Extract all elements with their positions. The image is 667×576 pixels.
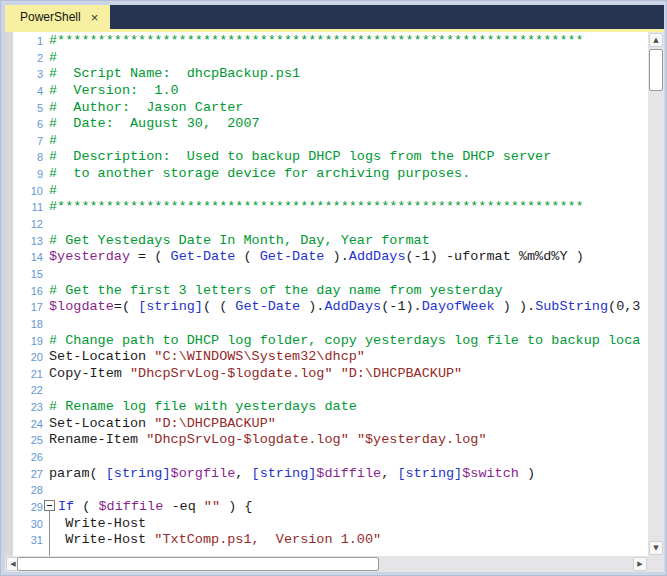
code-line[interactable]: # to another storage device for archivin… bbox=[49, 166, 648, 183]
code-line[interactable]: # Description: Used to backup DHCP logs … bbox=[49, 149, 648, 166]
fold-collapse-icon[interactable] bbox=[44, 500, 55, 511]
code-line[interactable]: If ( $diffile -eq "" ) { bbox=[49, 499, 648, 516]
code-line[interactable]: #***************************************… bbox=[49, 199, 648, 216]
code-line[interactable]: Rename-Item "DhcpSrvLog-$logdate.log" "$… bbox=[49, 432, 648, 449]
code-token: ) { bbox=[220, 499, 252, 514]
code-line[interactable]: # bbox=[49, 183, 648, 200]
code-line[interactable]: Set-Location "C:\WINDOWS\System32\dhcp" bbox=[49, 349, 648, 366]
code-line[interactable]: # Author: Jason Carter bbox=[49, 100, 648, 117]
horizontal-scrollbar-thumb[interactable] bbox=[17, 557, 379, 571]
scroll-right-button[interactable]: ▶ bbox=[633, 557, 647, 571]
code-token: "D:\DHCPBACKUP" bbox=[154, 416, 276, 431]
code-token: # Rename log file with yesterdays date bbox=[49, 399, 357, 414]
code-token: # Version: 1.0 bbox=[49, 83, 179, 98]
scrollbar-corner bbox=[648, 556, 664, 572]
code-token: "" bbox=[204, 499, 220, 514]
code-line[interactable] bbox=[49, 382, 648, 399]
code-token: (0,3 bbox=[608, 299, 640, 314]
tab-bar: PowerShell × bbox=[5, 5, 664, 29]
code-token: ) ). bbox=[495, 299, 536, 314]
code-token: # Date: August 30, 2007 bbox=[49, 116, 260, 131]
code-line[interactable]: # bbox=[49, 133, 648, 150]
vertical-scrollbar-thumb[interactable] bbox=[649, 49, 663, 91]
code-token: ( bbox=[235, 249, 259, 264]
code-token: # bbox=[49, 183, 57, 198]
code-line[interactable] bbox=[49, 266, 648, 283]
vertical-scrollbar[interactable]: ▲ ▼ bbox=[648, 32, 664, 556]
code-token: , bbox=[381, 466, 397, 481]
code-token: [string] bbox=[138, 299, 203, 314]
code-token bbox=[349, 432, 357, 447]
code-token: AddDays bbox=[324, 299, 381, 314]
code-line[interactable]: # bbox=[49, 50, 648, 67]
code-editor[interactable]: 1234567891011121314151617181920212223242… bbox=[5, 32, 648, 556]
code-token: -eq bbox=[163, 499, 204, 514]
code-token: Get-Date bbox=[235, 299, 300, 314]
document-pane: PowerShell × 123456789101112131415161718… bbox=[5, 5, 664, 572]
code-token: AddDays bbox=[349, 249, 406, 264]
code-line[interactable]: # Change path to DHCP log folder, copy y… bbox=[49, 333, 648, 350]
code-line[interactable]: Set-Location "D:\DHCPBACKUP" bbox=[49, 416, 648, 433]
code-line[interactable] bbox=[49, 449, 648, 466]
tab-powershell[interactable]: PowerShell × bbox=[5, 5, 110, 29]
code-token: "D:\DHCPBACKUP" bbox=[341, 366, 463, 381]
code-token: = ( bbox=[130, 249, 171, 264]
code-token: SubString bbox=[535, 299, 608, 314]
code-token: =( bbox=[114, 299, 138, 314]
code-token: $diffile bbox=[316, 466, 381, 481]
code-token: $orgfile bbox=[171, 466, 236, 481]
code-line[interactable]: Write-Host bbox=[49, 516, 648, 533]
code-token: Set-Location bbox=[49, 349, 154, 364]
code-token: $logdate bbox=[49, 299, 114, 314]
code-token: (-1). bbox=[381, 299, 422, 314]
code-token: DayofWeek bbox=[422, 299, 495, 314]
fold-guide-line bbox=[49, 511, 50, 556]
code-token: ) bbox=[519, 466, 535, 481]
code-token: (-1) -uformat %m%d%Y ) bbox=[406, 249, 584, 264]
scroll-right-icon: ▶ bbox=[637, 561, 642, 568]
scroll-up-button[interactable]: ▲ bbox=[649, 33, 663, 47]
code-line[interactable]: Write-Host "TxtComp.ps1, Version 1.00" bbox=[49, 532, 648, 549]
close-icon[interactable]: × bbox=[91, 11, 99, 24]
code-line[interactable]: #***************************************… bbox=[49, 33, 648, 50]
code-token: Copy-Item bbox=[49, 366, 130, 381]
code-token: # Script Name: dhcpBackup.ps1 bbox=[49, 66, 300, 81]
scroll-down-button[interactable]: ▼ bbox=[649, 541, 663, 555]
code-token: "C:\WINDOWS\System32\dhcp" bbox=[154, 349, 365, 364]
code-token: If bbox=[58, 499, 74, 514]
code-token: $yesterday bbox=[49, 249, 130, 264]
code-token bbox=[333, 366, 341, 381]
code-token: [string] bbox=[252, 466, 317, 481]
code-token: #***************************************… bbox=[49, 199, 584, 214]
code-line[interactable] bbox=[49, 316, 648, 333]
code-token: , bbox=[235, 466, 251, 481]
horizontal-scrollbar[interactable]: ◀ ▶ bbox=[5, 556, 648, 572]
code-line[interactable] bbox=[49, 216, 648, 233]
code-token: param( bbox=[49, 466, 106, 481]
code-token: "DhcpSrvLog-$logdate.log" bbox=[146, 432, 349, 447]
code-line[interactable]: # Script Name: dhcpBackup.ps1 bbox=[49, 66, 648, 83]
code-token: $diffile bbox=[99, 499, 164, 514]
code-token: Rename-Item bbox=[49, 432, 146, 447]
code-line[interactable]: $logdate=( [string]( ( Get-Date ).AddDay… bbox=[49, 299, 648, 316]
code-token: Get-Date bbox=[171, 249, 236, 264]
code-line[interactable]: # Rename log file with yesterdays date bbox=[49, 399, 648, 416]
code-line[interactable]: # Version: 1.0 bbox=[49, 83, 648, 100]
code-line[interactable]: $yesterday = ( Get-Date ( Get-Date ).Add… bbox=[49, 249, 648, 266]
tab-label: PowerShell bbox=[20, 10, 81, 24]
code-token: "TxtComp.ps1, Version 1.00" bbox=[154, 532, 381, 547]
code-line[interactable]: # Get Yestedays Date In Month, Day, Year… bbox=[49, 233, 648, 250]
code-area[interactable]: #***************************************… bbox=[5, 33, 648, 549]
code-token: # Get the first 3 letters of the day nam… bbox=[49, 283, 503, 298]
code-line[interactable]: param( [string]$orgfile, [string]$diffil… bbox=[49, 466, 648, 483]
code-line[interactable] bbox=[49, 482, 648, 499]
code-line[interactable]: Copy-Item "DhcpSrvLog-$logdate.log" "D:\… bbox=[49, 366, 648, 383]
code-token: # bbox=[49, 133, 57, 148]
code-token: # Change path to DHCP log folder, copy y… bbox=[49, 333, 640, 348]
code-line[interactable]: # Get the first 3 letters of the day nam… bbox=[49, 283, 648, 300]
code-line[interactable]: # Date: August 30, 2007 bbox=[49, 116, 648, 133]
scroll-left-icon: ◀ bbox=[10, 561, 15, 568]
code-token: # Get Yestedays Date In Month, Day, Year… bbox=[49, 233, 430, 248]
code-token: [string] bbox=[106, 466, 171, 481]
script-editor-window: PowerShell × 123456789101112131415161718… bbox=[0, 0, 667, 576]
